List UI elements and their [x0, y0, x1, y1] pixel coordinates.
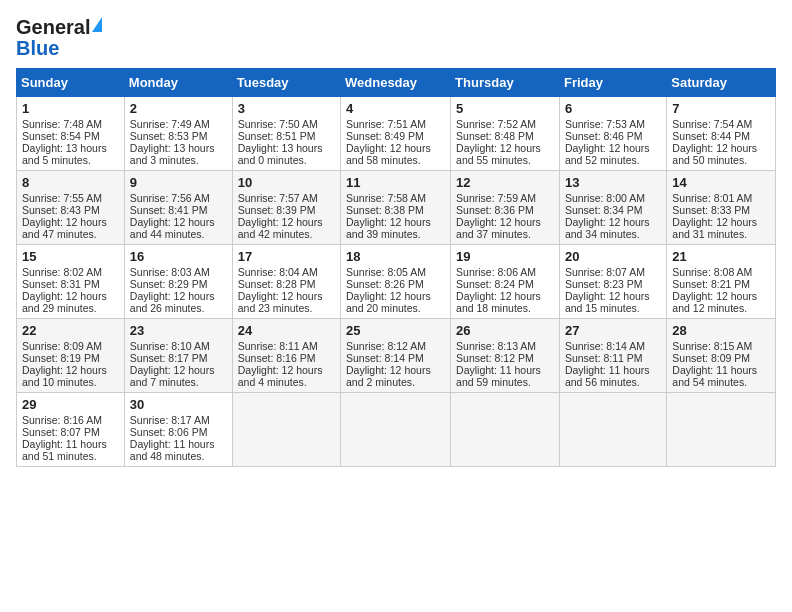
calendar-cell: 3Sunrise: 7:50 AMSunset: 8:51 PMDaylight…: [232, 97, 340, 171]
day-info-line: Sunset: 8:23 PM: [565, 278, 661, 290]
day-info-line: and 15 minutes.: [565, 302, 661, 314]
day-number: 22: [22, 323, 119, 338]
header-row: SundayMondayTuesdayWednesdayThursdayFrid…: [17, 69, 776, 97]
day-info-line: Daylight: 12 hours: [565, 216, 661, 228]
day-info-line: Sunrise: 7:58 AM: [346, 192, 445, 204]
day-info-line: Daylight: 12 hours: [456, 290, 554, 302]
day-info-line: Daylight: 12 hours: [346, 290, 445, 302]
day-info-line: and 44 minutes.: [130, 228, 227, 240]
day-info-line: Sunset: 8:36 PM: [456, 204, 554, 216]
day-info-line: Sunrise: 8:06 AM: [456, 266, 554, 278]
calendar-cell: 25Sunrise: 8:12 AMSunset: 8:14 PMDayligh…: [341, 319, 451, 393]
day-info-line: Sunrise: 8:03 AM: [130, 266, 227, 278]
day-number: 10: [238, 175, 335, 190]
calendar-table: SundayMondayTuesdayWednesdayThursdayFrid…: [16, 68, 776, 467]
day-info-line: Daylight: 12 hours: [238, 216, 335, 228]
day-number: 19: [456, 249, 554, 264]
page-header: General Blue: [16, 16, 776, 60]
day-info-line: Sunset: 8:16 PM: [238, 352, 335, 364]
day-info-line: Sunrise: 8:12 AM: [346, 340, 445, 352]
calendar-cell: 2Sunrise: 7:49 AMSunset: 8:53 PMDaylight…: [124, 97, 232, 171]
day-info-line: Sunrise: 7:54 AM: [672, 118, 770, 130]
day-number: 12: [456, 175, 554, 190]
day-info-line: and 52 minutes.: [565, 154, 661, 166]
calendar-cell: 21Sunrise: 8:08 AMSunset: 8:21 PMDayligh…: [667, 245, 776, 319]
day-info-line: and 12 minutes.: [672, 302, 770, 314]
day-info-line: and 23 minutes.: [238, 302, 335, 314]
calendar-cell: 30Sunrise: 8:17 AMSunset: 8:06 PMDayligh…: [124, 393, 232, 467]
day-info-line: and 37 minutes.: [456, 228, 554, 240]
day-info-line: Sunset: 8:53 PM: [130, 130, 227, 142]
calendar-cell: 27Sunrise: 8:14 AMSunset: 8:11 PMDayligh…: [559, 319, 666, 393]
day-number: 7: [672, 101, 770, 116]
day-info-line: Sunset: 8:34 PM: [565, 204, 661, 216]
day-number: 1: [22, 101, 119, 116]
calendar-cell: 12Sunrise: 7:59 AMSunset: 8:36 PMDayligh…: [451, 171, 560, 245]
calendar-cell: [451, 393, 560, 467]
day-info-line: and 51 minutes.: [22, 450, 119, 462]
day-info-line: Daylight: 12 hours: [346, 142, 445, 154]
day-info-line: Sunrise: 7:53 AM: [565, 118, 661, 130]
day-info-line: Sunrise: 8:14 AM: [565, 340, 661, 352]
day-info-line: Daylight: 12 hours: [672, 142, 770, 154]
day-number: 13: [565, 175, 661, 190]
day-info-line: Daylight: 11 hours: [130, 438, 227, 450]
day-number: 6: [565, 101, 661, 116]
week-row-3: 22Sunrise: 8:09 AMSunset: 8:19 PMDayligh…: [17, 319, 776, 393]
day-info-line: Daylight: 13 hours: [22, 142, 119, 154]
day-number: 9: [130, 175, 227, 190]
day-info-line: and 29 minutes.: [22, 302, 119, 314]
day-info-line: Daylight: 12 hours: [130, 290, 227, 302]
week-row-2: 15Sunrise: 8:02 AMSunset: 8:31 PMDayligh…: [17, 245, 776, 319]
day-info-line: Daylight: 12 hours: [456, 216, 554, 228]
logo-arrow-icon: [92, 17, 102, 32]
calendar-body: 1Sunrise: 7:48 AMSunset: 8:54 PMDaylight…: [17, 97, 776, 467]
calendar-cell: 13Sunrise: 8:00 AMSunset: 8:34 PMDayligh…: [559, 171, 666, 245]
day-info-line: Daylight: 12 hours: [22, 216, 119, 228]
day-info-line: Sunrise: 8:16 AM: [22, 414, 119, 426]
day-info-line: Daylight: 12 hours: [130, 364, 227, 376]
day-info-line: Sunrise: 8:15 AM: [672, 340, 770, 352]
calendar-cell: 11Sunrise: 7:58 AMSunset: 8:38 PMDayligh…: [341, 171, 451, 245]
day-number: 24: [238, 323, 335, 338]
day-info-line: Daylight: 13 hours: [238, 142, 335, 154]
day-info-line: Sunrise: 8:00 AM: [565, 192, 661, 204]
day-info-line: Sunrise: 8:11 AM: [238, 340, 335, 352]
calendar-cell: 24Sunrise: 8:11 AMSunset: 8:16 PMDayligh…: [232, 319, 340, 393]
day-info-line: Sunset: 8:29 PM: [130, 278, 227, 290]
logo-general-text: General: [16, 16, 90, 39]
day-info-line: and 10 minutes.: [22, 376, 119, 388]
day-info-line: and 26 minutes.: [130, 302, 227, 314]
day-info-line: Sunset: 8:26 PM: [346, 278, 445, 290]
day-info-line: Sunset: 8:11 PM: [565, 352, 661, 364]
day-info-line: Sunrise: 8:09 AM: [22, 340, 119, 352]
day-number: 28: [672, 323, 770, 338]
day-info-line: Sunset: 8:24 PM: [456, 278, 554, 290]
header-monday: Monday: [124, 69, 232, 97]
day-info-line: Sunset: 8:39 PM: [238, 204, 335, 216]
calendar-header: SundayMondayTuesdayWednesdayThursdayFrid…: [17, 69, 776, 97]
day-info-line: Sunrise: 8:07 AM: [565, 266, 661, 278]
day-info-line: and 34 minutes.: [565, 228, 661, 240]
day-number: 2: [130, 101, 227, 116]
day-number: 8: [22, 175, 119, 190]
day-info-line: Sunset: 8:46 PM: [565, 130, 661, 142]
day-info-line: Daylight: 12 hours: [238, 364, 335, 376]
calendar-cell: 20Sunrise: 8:07 AMSunset: 8:23 PMDayligh…: [559, 245, 666, 319]
day-info-line: Daylight: 11 hours: [456, 364, 554, 376]
calendar-cell: [341, 393, 451, 467]
calendar-cell: 22Sunrise: 8:09 AMSunset: 8:19 PMDayligh…: [17, 319, 125, 393]
day-info-line: Sunset: 8:51 PM: [238, 130, 335, 142]
calendar-cell: 28Sunrise: 8:15 AMSunset: 8:09 PMDayligh…: [667, 319, 776, 393]
day-number: 16: [130, 249, 227, 264]
day-info-line: Sunset: 8:31 PM: [22, 278, 119, 290]
day-number: 15: [22, 249, 119, 264]
day-info-line: Sunset: 8:41 PM: [130, 204, 227, 216]
calendar-cell: 16Sunrise: 8:03 AMSunset: 8:29 PMDayligh…: [124, 245, 232, 319]
calendar-cell: 9Sunrise: 7:56 AMSunset: 8:41 PMDaylight…: [124, 171, 232, 245]
day-number: 25: [346, 323, 445, 338]
day-info-line: Sunrise: 8:04 AM: [238, 266, 335, 278]
day-info-line: Daylight: 12 hours: [238, 290, 335, 302]
day-info-line: and 48 minutes.: [130, 450, 227, 462]
day-info-line: Sunset: 8:17 PM: [130, 352, 227, 364]
